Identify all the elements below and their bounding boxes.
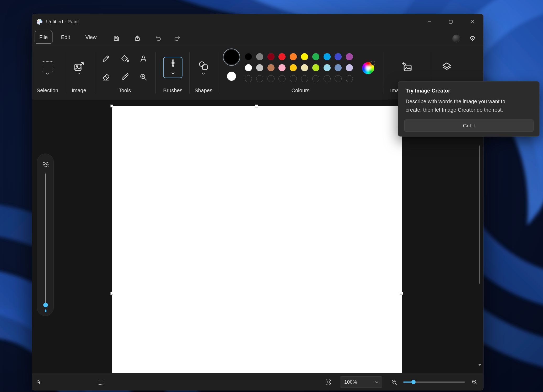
paint-window: Untitled - Paint File Edit View <box>32 14 483 390</box>
text-icon <box>139 54 148 63</box>
add-colour-icon[interactable]: + <box>371 61 375 65</box>
edit-menu-button[interactable]: Edit <box>57 31 74 43</box>
colour-swatch[interactable] <box>245 53 252 60</box>
minimize-button[interactable] <box>421 16 438 27</box>
empty-colour-slot[interactable] <box>335 75 342 82</box>
undo-button[interactable] <box>153 33 164 44</box>
thickness-slider-track[interactable] <box>45 173 46 304</box>
paint-app-icon <box>36 18 43 25</box>
eyedropper-tool-button[interactable] <box>120 73 129 81</box>
colour-swatch[interactable] <box>256 64 263 71</box>
colour-swatch[interactable] <box>290 64 297 71</box>
chevron-down-icon[interactable] <box>77 73 81 75</box>
empty-colour-slot[interactable] <box>290 75 297 82</box>
chevron-down-icon[interactable] <box>171 72 175 74</box>
colour-swatch[interactable] <box>312 64 319 71</box>
colour-swatch[interactable] <box>346 53 353 60</box>
share-button[interactable] <box>132 33 143 44</box>
zoom-fit-button[interactable] <box>325 379 332 385</box>
group-divider <box>384 52 384 94</box>
layers-icon <box>441 61 453 73</box>
text-tool-button[interactable] <box>139 54 148 63</box>
zoom-fit-icon <box>325 379 332 385</box>
chevron-down-icon[interactable] <box>202 73 205 75</box>
group-divider <box>155 52 156 94</box>
eyedropper-icon <box>120 73 129 81</box>
palette-row-2 <box>245 64 353 71</box>
selection-tool-button[interactable] <box>42 61 53 72</box>
shapes-button[interactable] <box>198 60 209 71</box>
zoom-dropdown[interactable]: 100% <box>340 376 382 388</box>
colour-swatch[interactable] <box>245 64 252 71</box>
zoom-slider-thumb[interactable] <box>411 380 416 384</box>
colour-swatch[interactable] <box>267 64 275 71</box>
image-creator-button[interactable] <box>401 61 413 73</box>
secondary-colour-swatch[interactable] <box>227 72 236 81</box>
shapes-icon <box>198 60 209 71</box>
account-button[interactable] <box>451 33 462 44</box>
selection-handle[interactable] <box>255 105 258 107</box>
colour-swatch[interactable] <box>324 53 331 60</box>
redo-button[interactable] <box>171 33 182 44</box>
colour-swatch[interactable] <box>290 53 297 60</box>
maximize-button[interactable] <box>443 16 459 27</box>
canvas[interactable] <box>112 106 402 373</box>
selection-handle[interactable] <box>400 292 403 295</box>
primary-colour-swatch[interactable] <box>224 50 239 64</box>
file-menu-button[interactable]: File <box>35 31 52 43</box>
empty-colour-slot[interactable] <box>245 75 252 82</box>
layers-button[interactable] <box>441 61 453 73</box>
empty-colour-slot[interactable] <box>301 75 308 82</box>
view-menu-button[interactable]: View <box>83 31 99 43</box>
got-it-button[interactable]: Got it <box>404 119 534 132</box>
chevron-down-icon <box>375 381 378 383</box>
pencil-icon <box>101 54 110 63</box>
chevron-down-icon[interactable] <box>46 73 49 75</box>
group-divider <box>189 52 190 94</box>
save-icon <box>113 35 120 42</box>
zoom-slider-active <box>403 382 412 383</box>
empty-colour-slot[interactable] <box>346 75 353 82</box>
colour-swatch[interactable] <box>312 53 319 60</box>
undo-icon <box>155 35 162 42</box>
pencil-tool-button[interactable] <box>101 54 110 63</box>
selection-handle[interactable] <box>110 292 113 295</box>
empty-colour-slot[interactable] <box>256 75 263 82</box>
tools-label: Tools <box>119 88 131 94</box>
fill-tool-button[interactable] <box>120 54 129 63</box>
colour-swatch[interactable] <box>335 53 342 60</box>
magnifier-tool-button[interactable] <box>139 73 148 81</box>
colour-swatch[interactable] <box>278 53 286 60</box>
empty-colour-slot[interactable] <box>267 75 275 82</box>
cursor-position-indicator <box>36 379 42 385</box>
scroll-down-arrow-icon[interactable] <box>478 364 481 366</box>
zoom-out-button[interactable] <box>391 379 397 385</box>
save-button[interactable] <box>111 33 122 44</box>
empty-colour-slot[interactable] <box>324 75 331 82</box>
group-divider <box>65 52 65 94</box>
colour-swatch[interactable] <box>267 53 275 60</box>
colour-swatch[interactable] <box>346 64 353 71</box>
zoom-in-button[interactable] <box>471 379 478 385</box>
eraser-tool-button[interactable] <box>101 73 110 81</box>
selection-handle[interactable] <box>110 105 113 107</box>
empty-colour-slot[interactable] <box>312 75 319 82</box>
colour-swatch[interactable] <box>335 64 342 71</box>
magnifier-icon <box>139 73 148 81</box>
thickness-icon <box>42 161 50 168</box>
thickness-slider-panel <box>37 154 54 316</box>
image-menu-button[interactable] <box>73 61 85 73</box>
colour-swatch[interactable] <box>256 53 263 60</box>
brushes-button[interactable] <box>163 57 182 78</box>
colour-swatch[interactable] <box>301 53 308 60</box>
settings-button[interactable]: ⚙ <box>467 33 478 44</box>
redo-icon <box>174 35 181 42</box>
colour-swatch[interactable] <box>301 64 308 71</box>
brush-icon <box>168 59 178 69</box>
colour-swatch[interactable] <box>324 64 331 71</box>
close-button[interactable] <box>464 16 481 27</box>
vertical-scrollbar-thumb[interactable] <box>479 145 480 284</box>
colour-swatch[interactable] <box>278 64 286 71</box>
empty-colour-slot[interactable] <box>278 75 286 82</box>
thickness-slider-thumb[interactable] <box>43 303 48 307</box>
